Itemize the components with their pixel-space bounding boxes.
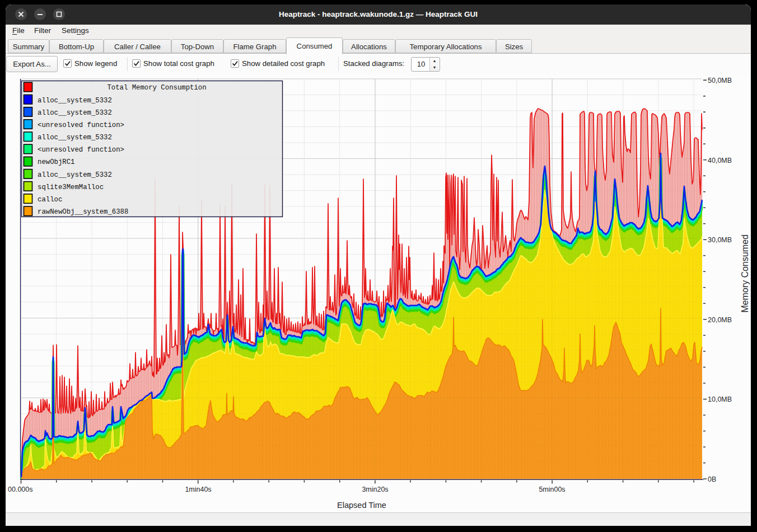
svg-text:10,0MB: 10,0MB [708, 396, 732, 403]
svg-text:3min20s: 3min20s [362, 486, 388, 493]
svg-text:calloc: calloc [38, 196, 62, 204]
svg-text:Elapsed Time: Elapsed Time [337, 501, 386, 510]
svg-text:newObjRC1: newObjRC1 [38, 158, 74, 166]
svg-text:alloc__system_5332: alloc__system_5332 [38, 171, 112, 179]
svg-text:<unresolved function>: <unresolved function> [38, 121, 124, 129]
svg-text:sqlite3MemMalloc: sqlite3MemMalloc [38, 183, 104, 191]
svg-text:alloc__system_5332: alloc__system_5332 [38, 134, 112, 142]
svg-text:00.000s: 00.000s [8, 486, 32, 493]
svg-text:1min40s: 1min40s [185, 486, 211, 493]
svg-text:Memory Consumed: Memory Consumed [740, 234, 750, 313]
svg-text:5min00s: 5min00s [539, 486, 565, 493]
svg-text:40,0MB: 40,0MB [708, 157, 732, 164]
svg-text:30,0MB: 30,0MB [708, 236, 732, 244]
svg-text:Total Memory Consumption: Total Memory Consumption [107, 84, 206, 92]
svg-text:alloc__system_5332: alloc__system_5332 [38, 109, 112, 117]
svg-text:50,0MB: 50,0MB [708, 77, 732, 84]
svg-text:<unresolved function>: <unresolved function> [38, 146, 124, 154]
svg-text:alloc__system_5332: alloc__system_5332 [38, 97, 112, 105]
svg-text:0B: 0B [708, 475, 716, 483]
svg-text:20,0MB: 20,0MB [708, 316, 732, 324]
svg-text:rawNewObj__system_6388: rawNewObj__system_6388 [38, 208, 128, 216]
